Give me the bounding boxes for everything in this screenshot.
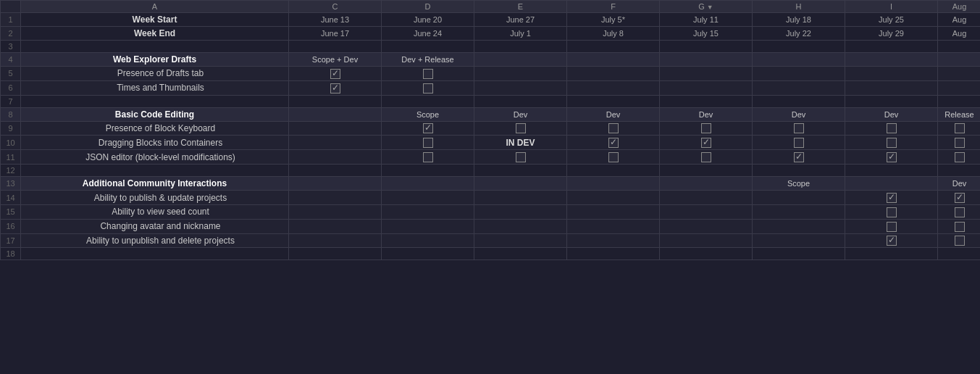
- phase-label: Dev: [606, 110, 621, 119]
- col-g-label[interactable]: G ▼: [660, 1, 753, 13]
- spreadsheet: A C D E F G ▼ H I Aug 1 Week Start June …: [0, 0, 980, 260]
- week-start-e: June 27: [474, 13, 567, 27]
- checkbox-unchecked[interactable]: [887, 138, 897, 148]
- checkbox-checked[interactable]: [423, 123, 433, 133]
- row-15-num: 15: [1, 204, 21, 219]
- section-row: 8 Basic Code Editing Scope Dev Dev Dev D…: [1, 107, 981, 121]
- week-end-e: July 1: [474, 27, 567, 41]
- week-start-j: Aug: [938, 13, 981, 27]
- checkbox-unchecked[interactable]: [955, 138, 965, 148]
- item-label: Presence of Drafts tab: [21, 67, 289, 81]
- checkbox-unchecked[interactable]: [887, 207, 897, 217]
- phase-label: Dev: [699, 110, 713, 119]
- checkbox-unchecked[interactable]: [608, 152, 619, 162]
- checkbox-unchecked[interactable]: [887, 222, 897, 232]
- section-row: 4 Web Explorer Drafts Scope + Dev Dev + …: [1, 53, 981, 67]
- row-18-a: [21, 248, 289, 260]
- checkbox-unchecked[interactable]: [423, 83, 433, 94]
- phase-label: Dev: [952, 179, 967, 188]
- week-end-j: Aug: [938, 27, 981, 41]
- indev-label: IN DEV: [506, 138, 535, 148]
- item-row: 14 Ability to publish & update projects: [1, 191, 981, 205]
- checkbox-unchecked[interactable]: [955, 236, 965, 246]
- section-label: Basic Code Editing: [21, 107, 289, 121]
- row-13-num: 13: [1, 177, 21, 191]
- col-f-label[interactable]: F: [567, 1, 660, 13]
- week-end-d: June 24: [382, 27, 474, 41]
- item-label: Ability to view seed count: [21, 204, 289, 219]
- checkbox-checked[interactable]: [887, 236, 897, 246]
- phase-label: Scope: [416, 110, 439, 119]
- checkbox-checked[interactable]: [330, 83, 340, 94]
- checkbox-checked[interactable]: [608, 138, 619, 148]
- week-end-g: July 15: [660, 27, 753, 41]
- section-label: Web Explorer Drafts: [21, 53, 289, 67]
- row-12-num: 12: [1, 165, 21, 177]
- row-16-num: 16: [1, 219, 21, 233]
- spreadsheet-body: 3 4 Web Explorer Drafts Scope + Dev Dev …: [1, 41, 981, 260]
- item-row: 5 Presence of Drafts tab: [1, 67, 981, 81]
- col-a-label[interactable]: A: [21, 1, 289, 13]
- col-g-text: G: [698, 2, 705, 11]
- checkbox-checked[interactable]: [887, 152, 897, 162]
- week-end-h: July 22: [753, 27, 845, 41]
- sort-icon: ▼: [707, 4, 713, 11]
- checkbox-unchecked[interactable]: [887, 123, 897, 133]
- checkbox-unchecked[interactable]: [794, 138, 804, 148]
- empty-row: 3: [1, 41, 981, 53]
- item-row: 6 Times and Thumbnails: [1, 80, 981, 95]
- week-end-row: 2 Week End June 17 June 24 July 1 July 8…: [1, 27, 981, 41]
- col-e-label[interactable]: E: [474, 1, 567, 13]
- week-start-label: Week Start: [21, 13, 289, 27]
- checkbox-unchecked[interactable]: [955, 207, 965, 217]
- phase-label: Dev + Release: [401, 55, 453, 64]
- row-17-num: 17: [1, 233, 21, 248]
- week-end-label: Week End: [21, 27, 289, 41]
- col-c-label[interactable]: C: [289, 1, 382, 13]
- item-label: Changing avatar and nickname: [21, 219, 289, 233]
- checkbox-unchecked[interactable]: [423, 69, 433, 79]
- col-letters-row: A C D E F G ▼ H I Aug: [1, 1, 981, 13]
- col-j-label[interactable]: Aug: [938, 1, 981, 13]
- col-i-label[interactable]: I: [845, 1, 938, 13]
- item-row: 11 JSON editor (block-level modification…: [1, 150, 981, 165]
- row-7-a: [21, 95, 289, 107]
- corner-cell: [1, 1, 21, 13]
- section-label: Additional Community Interactions: [21, 177, 289, 191]
- row-10-num: 10: [1, 136, 21, 150]
- checkbox-unchecked[interactable]: [516, 123, 526, 133]
- phase-label: Dev: [884, 110, 899, 119]
- col-h-label[interactable]: H: [753, 1, 845, 13]
- item-label: JSON editor (block-level modifications): [21, 150, 289, 165]
- checkbox-unchecked[interactable]: [701, 123, 711, 133]
- checkbox-checked[interactable]: [330, 69, 340, 79]
- row-7-num: 7: [1, 95, 21, 107]
- col-d-label[interactable]: D: [382, 1, 474, 13]
- checkbox-unchecked[interactable]: [608, 123, 619, 133]
- row-18-num: 18: [1, 248, 21, 260]
- row-9-num: 9: [1, 121, 21, 136]
- phase-label: Dev: [792, 110, 806, 119]
- checkbox-checked[interactable]: [701, 138, 711, 148]
- phase-label: Scope + Dev: [312, 55, 358, 64]
- row-8-num: 8: [1, 107, 21, 121]
- checkbox-unchecked[interactable]: [701, 152, 711, 162]
- checkbox-unchecked[interactable]: [516, 152, 526, 162]
- checkbox-checked[interactable]: [794, 152, 804, 162]
- row-3-a: [21, 41, 289, 53]
- checkbox-unchecked[interactable]: [955, 123, 965, 133]
- item-label: Ability to unpublish and delete projects: [21, 233, 289, 248]
- checkbox-unchecked[interactable]: [423, 138, 433, 148]
- checkbox-unchecked[interactable]: [794, 123, 804, 133]
- phase-label: Dev: [514, 110, 528, 119]
- item-row: 16 Changing avatar and nickname: [1, 219, 981, 233]
- checkbox-checked[interactable]: [955, 193, 965, 203]
- checkbox-unchecked[interactable]: [955, 222, 965, 232]
- checkbox-unchecked[interactable]: [955, 152, 965, 162]
- checkbox-unchecked[interactable]: [423, 152, 433, 162]
- item-row: 9 Presence of Block Keyboard: [1, 121, 981, 136]
- item-row: 15 Ability to view seed count: [1, 204, 981, 219]
- checkbox-checked[interactable]: [887, 193, 897, 203]
- row-11-num: 11: [1, 150, 21, 165]
- item-label: Presence of Block Keyboard: [21, 121, 289, 136]
